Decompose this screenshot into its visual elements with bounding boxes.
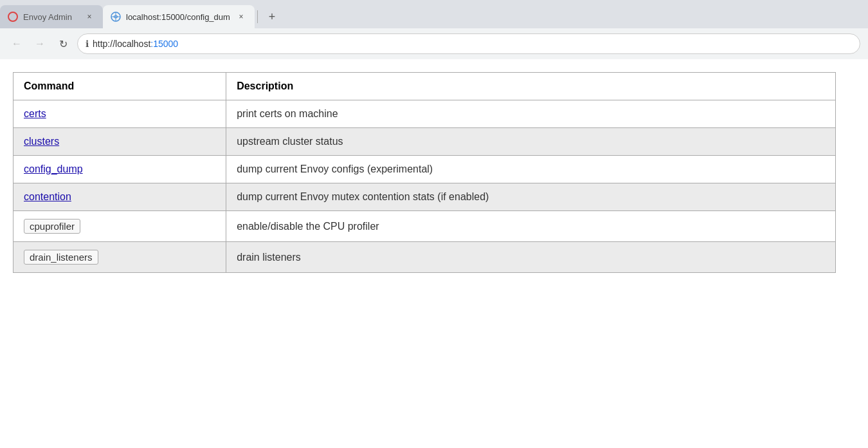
command-link-contention[interactable]: contention [24, 191, 71, 202]
config-tab-icon [111, 12, 121, 22]
tab-separator [257, 10, 258, 23]
envoy-tab-title: Envoy Admin [23, 12, 78, 22]
command-link-certs[interactable]: certs [24, 108, 46, 119]
url-bar[interactable]: ℹ http://localhost:15000 [77, 33, 860, 54]
command-button-cpuprofiler[interactable]: cpuprofiler [24, 219, 80, 234]
command-cell: cpuprofiler [14, 211, 226, 242]
table-row: config_dumpdump current Envoy configs (e… [14, 156, 836, 183]
command-cell: drain_listeners [14, 242, 226, 273]
envoy-tab-close[interactable]: × [84, 11, 95, 23]
command-cell: certs [14, 100, 226, 128]
envoy-tab-icon [8, 12, 18, 22]
command-cell: config_dump [14, 156, 226, 183]
tab-config-dump[interactable]: localhost:15000/config_dum × [103, 5, 255, 28]
command-link-clusters[interactable]: clusters [24, 136, 59, 147]
config-tab-close[interactable]: × [235, 11, 247, 23]
description-cell: upstream cluster status [226, 128, 836, 156]
admin-commands-table: Command Description certsprint certs on … [13, 72, 836, 273]
page-content: Command Description certsprint certs on … [0, 59, 868, 448]
forward-button[interactable]: → [31, 35, 49, 53]
command-link-config_dump[interactable]: config_dump [24, 163, 83, 174]
description-cell: print certs on machine [226, 100, 836, 128]
address-bar: ← → ↻ ℹ http://localhost:15000 [0, 28, 868, 59]
table-row: clustersupstream cluster status [14, 128, 836, 156]
column-header-description: Description [226, 73, 836, 100]
table-row: cpuprofilerenable/disable the CPU profil… [14, 211, 836, 242]
svg-point-0 [8, 12, 17, 21]
browser-chrome: Envoy Admin × localhost:15000/config_dum… [0, 0, 868, 59]
back-button[interactable]: ← [8, 35, 26, 53]
config-tab-title: localhost:15000/config_dum [126, 12, 230, 22]
command-button-drain_listeners[interactable]: drain_listeners [24, 250, 98, 265]
new-tab-button[interactable]: + [263, 8, 281, 26]
url-text: http://localhost:15000 [93, 39, 178, 49]
table-header-row: Command Description [14, 73, 836, 100]
table-row: contentiondump current Envoy mutex conte… [14, 183, 836, 211]
description-cell: dump current Envoy configs (experimental… [226, 156, 836, 183]
command-cell: clusters [14, 128, 226, 156]
tab-envoy-admin[interactable]: Envoy Admin × [0, 5, 103, 28]
description-cell: drain listeners [226, 242, 836, 273]
table-row: drain_listenersdrain listeners [14, 242, 836, 273]
reload-button[interactable]: ↻ [54, 35, 72, 53]
command-cell: contention [14, 183, 226, 211]
column-header-command: Command [14, 73, 226, 100]
url-info-icon: ℹ [86, 39, 89, 49]
description-cell: dump current Envoy mutex contention stat… [226, 183, 836, 211]
url-port: :15000 [150, 39, 178, 49]
tab-bar: Envoy Admin × localhost:15000/config_dum… [0, 0, 868, 28]
table-row: certsprint certs on machine [14, 100, 836, 128]
url-prefix: http://localhost [93, 39, 150, 49]
description-cell: enable/disable the CPU profiler [226, 211, 836, 242]
